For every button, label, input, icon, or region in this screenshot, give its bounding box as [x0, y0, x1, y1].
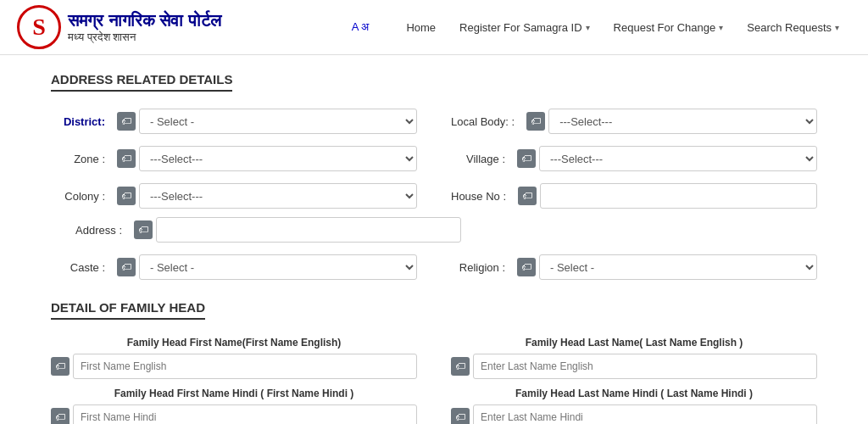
logo-hindi: समग्र नागरिक सेवा पोर्टल	[68, 10, 221, 31]
header: S समग्र नागरिक सेवा पोर्टल मध्य प्रदेश श…	[0, 0, 868, 55]
religion-label: Religion :	[451, 261, 510, 274]
nav-register[interactable]: Register For Samagra ID ▾	[448, 14, 602, 41]
caste-select[interactable]: - Select -	[139, 254, 417, 280]
family-last-name-hi-input[interactable]	[473, 404, 817, 424]
family-first-name-en-row	[51, 354, 417, 379]
house-no-tag-icon	[518, 187, 537, 205]
village-tag-icon	[517, 149, 536, 168]
family-col-first-name-hi: Family Head First Name Hindi ( First Nam…	[51, 388, 417, 424]
village-select[interactable]: ---Select---	[539, 146, 817, 171]
nav-request-change[interactable]: Request For Change ▾	[602, 14, 736, 41]
local-body-select[interactable]: ---Select---	[548, 109, 817, 134]
caste-row: Caste : - Select -	[51, 254, 417, 280]
family-section-title: DETAIL OF FAMILY HEAD	[51, 300, 205, 320]
main-content: ADDRESS RELATED DETAILS District: - Sele…	[0, 55, 868, 424]
local-body-label: Local Body: :	[451, 115, 520, 128]
family-last-name-hi-label: Family Head Last Name Hindi ( Last Name …	[451, 388, 817, 399]
nav-home[interactable]: Home	[394, 14, 448, 41]
family-last-name-en-tag-icon	[451, 357, 470, 376]
family-last-name-en-row	[451, 354, 817, 379]
family-first-name-hi-label: Family Head First Name Hindi ( First Nam…	[51, 388, 417, 399]
family-last-name-en-input[interactable]	[473, 354, 817, 379]
nav-request-change-arrow: ▾	[719, 23, 723, 32]
family-first-name-en-label: Family Head First Name(First Name Englis…	[51, 337, 417, 349]
logo-text: समग्र नागरिक सेवा पोर्टल मध्य प्रदेश शास…	[68, 10, 221, 44]
caste-label: Caste :	[51, 261, 110, 274]
family-first-name-hi-row	[51, 404, 417, 424]
village-row: Village : ---Select---	[451, 146, 817, 171]
logo-s-letter: S	[32, 14, 46, 41]
logo-icon: S	[17, 5, 61, 49]
district-label: District:	[51, 115, 110, 128]
family-section: DETAIL OF FAMILY HEAD Family Head First …	[51, 300, 817, 424]
family-first-name-hi-tag-icon	[51, 408, 70, 424]
nav-search-requests-arrow: ▾	[835, 23, 839, 32]
village-field: ---Select---	[517, 146, 817, 171]
family-col-first-name-en: Family Head First Name(First Name Englis…	[51, 337, 417, 379]
local-body-tag-icon	[526, 112, 545, 131]
district-row: District: - Select -	[51, 109, 417, 134]
family-last-name-en-label: Family Head Last Name( Last Name English…	[451, 337, 817, 349]
family-col-last-name-en: Family Head Last Name( Last Name English…	[451, 337, 817, 379]
family-grid: Family Head First Name(First Name Englis…	[51, 337, 817, 424]
family-first-name-en-tag-icon	[51, 357, 70, 376]
main-nav: Home Register For Samagra ID ▾ Request F…	[394, 14, 851, 41]
zone-tag-icon	[117, 149, 136, 168]
family-last-name-hi-tag-icon	[451, 408, 470, 424]
logo-area: S समग्र नागरिक सेवा पोर्टल मध्य प्रदेश श…	[17, 5, 221, 49]
font-toggle-button[interactable]: A अ	[352, 20, 370, 34]
address-full-row: Address :	[51, 217, 817, 243]
caste-field: - Select -	[117, 254, 417, 280]
colony-tag-icon	[117, 187, 136, 205]
family-last-name-hi-row	[451, 404, 817, 424]
zone-label: Zone :	[51, 153, 110, 165]
zone-field: ---Select---	[117, 146, 417, 171]
local-body-field: ---Select---	[526, 109, 817, 134]
religion-tag-icon	[517, 258, 536, 276]
caste-religion-grid: Caste : - Select - Religion : - Select -	[51, 254, 817, 280]
religion-row: Religion : - Select -	[451, 254, 817, 280]
zone-row: Zone : ---Select---	[51, 146, 417, 171]
family-first-name-hi-input[interactable]	[73, 404, 417, 424]
religion-select[interactable]: - Select -	[539, 254, 817, 280]
colony-field: ---Select---	[117, 183, 417, 209]
address-label: Address :	[51, 224, 127, 237]
local-body-row: Local Body: : ---Select---	[451, 109, 817, 134]
district-select[interactable]: - Select -	[139, 109, 417, 134]
address-tag-icon	[134, 220, 153, 239]
colony-label: Colony :	[51, 190, 110, 203]
colony-row: Colony : ---Select---	[51, 183, 417, 209]
nav-search-requests[interactable]: Search Requests ▾	[735, 14, 851, 41]
colony-select[interactable]: ---Select---	[139, 183, 417, 209]
district-tag-icon	[117, 112, 136, 131]
village-label: Village :	[451, 153, 510, 165]
house-no-input[interactable]	[540, 183, 817, 209]
district-field: - Select -	[117, 109, 417, 134]
house-no-field	[518, 183, 817, 209]
address-field-wrapper	[134, 217, 817, 243]
family-col-last-name-hi: Family Head Last Name Hindi ( Last Name …	[451, 388, 817, 424]
address-section-title: ADDRESS RELATED DETAILS	[51, 72, 232, 92]
nav-register-arrow: ▾	[586, 23, 590, 32]
caste-tag-icon	[117, 258, 136, 276]
house-no-row: House No :	[451, 183, 817, 209]
address-form-grid: District: - Select - Local Body: : ---Se…	[51, 109, 817, 209]
family-first-name-en-input[interactable]	[73, 354, 417, 379]
house-no-label: House No :	[451, 190, 511, 203]
zone-select[interactable]: ---Select---	[139, 146, 417, 171]
address-input[interactable]	[156, 217, 461, 243]
religion-field: - Select -	[517, 254, 817, 280]
logo-sub: मध्य प्रदेश शासन	[68, 31, 221, 44]
